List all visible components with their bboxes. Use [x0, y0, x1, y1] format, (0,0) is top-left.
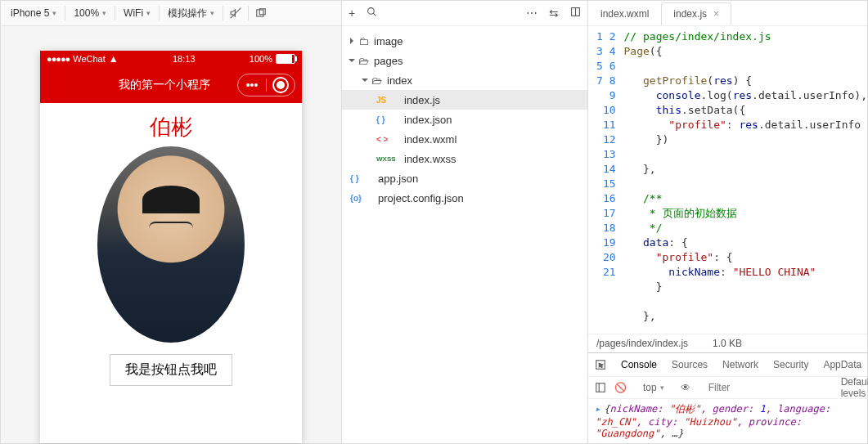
network-select[interactable]: WiFi▾ — [119, 4, 155, 22]
tree-label: app.json — [378, 173, 418, 185]
folder-open-icon: 🗁 — [358, 55, 369, 67]
close-icon[interactable] — [267, 74, 295, 96]
js-icon: JS — [376, 96, 399, 105]
carrier-label: WeChat — [73, 54, 106, 64]
tree-folder-index[interactable]: 🗁index — [342, 70, 587, 90]
tab-security[interactable]: Security — [773, 359, 808, 370]
zoom-label: 100% — [74, 7, 99, 19]
divider — [159, 6, 160, 20]
console-output[interactable]: ▸{nickName: "伯彬", gender: 1, language: "… — [588, 399, 867, 443]
app-navbar: 我的第一个小程序 ••• — [40, 67, 302, 103]
page-content: 伯彬 我是按钮点我吧 — [40, 103, 302, 402]
code-editor[interactable]: 1 2 3 4 5 6 7 8 9 10 11 12 13 14 15 16 1… — [588, 26, 867, 334]
json-icon: { } — [376, 115, 399, 124]
devtools-tabs: Console Sources Network Security AppData… — [588, 353, 867, 377]
tree-label: pages — [374, 55, 403, 67]
tab-sources[interactable]: Sources — [672, 359, 708, 370]
avatar — [97, 146, 245, 343]
more-icon[interactable]: ⋯ — [526, 7, 537, 20]
tree-file-app-json[interactable]: { }app.json — [342, 168, 587, 188]
detach-icon[interactable] — [252, 4, 270, 22]
add-icon[interactable]: + — [349, 7, 355, 20]
caret-down-icon — [362, 78, 368, 82]
divider — [115, 6, 115, 20]
tree-folder-pages[interactable]: 🗁pages — [342, 51, 587, 70]
folder-open-icon: 🗁 — [371, 74, 382, 87]
line-gutter: 1 2 3 4 5 6 7 8 9 10 11 12 13 14 15 16 1… — [588, 26, 624, 334]
svg-rect-8 — [596, 383, 605, 392]
wxss-icon: WXSS — [376, 155, 399, 163]
console-row[interactable]: ▸{nickName: "伯彬", gender: 1, language: "… — [595, 402, 861, 439]
phone-frame: ●●●●● WeChat ▲ 18:13 100% 我的第一个小程序 ••• 伯… — [40, 51, 302, 443]
chevron-down-icon: ▾ — [146, 9, 151, 17]
tree-file-project-config[interactable]: {o}project.config.json — [342, 188, 587, 208]
devtools-pane: Console Sources Network Security AppData… — [588, 352, 867, 443]
chevron-down-icon: ▾ — [210, 9, 214, 17]
svg-point-3 — [368, 8, 375, 15]
chevron-down-icon: ▾ — [52, 9, 56, 17]
file-path: /pages/index/index.js — [596, 338, 688, 349]
chevron-down-icon: ▾ — [102, 9, 106, 17]
device-select[interactable]: iPhone 5▾ — [6, 4, 61, 22]
tab-console[interactable]: Console — [621, 359, 657, 370]
search-icon[interactable] — [367, 7, 377, 20]
zoom-select[interactable]: 100%▾ — [69, 4, 111, 22]
tree-label: index.json — [404, 114, 452, 126]
network-label: WiFi — [124, 7, 143, 19]
page-title: 我的第一个小程序 — [119, 78, 210, 92]
json-icon: {o} — [350, 194, 373, 203]
inspect-icon[interactable] — [595, 359, 606, 370]
menu-icon[interactable]: ••• — [238, 74, 266, 96]
eye-icon[interactable]: 👁 — [681, 382, 690, 393]
battery-icon — [276, 54, 295, 64]
levels-select[interactable]: Default levels▾ — [841, 376, 868, 399]
console-prompt[interactable]: › — [595, 439, 861, 443]
tree-label: index.wxml — [404, 133, 456, 146]
tree-folder-image[interactable]: 🗀image — [342, 31, 587, 51]
tree-file-index-js[interactable]: JSindex.js — [342, 90, 587, 110]
status-bar: ●●●●● WeChat ▲ 18:13 100% — [40, 51, 302, 67]
chevron-right-icon: › — [595, 439, 600, 443]
explorer-toolbar: + ⋯ ⇆ — [342, 1, 587, 26]
mock-select[interactable]: 模拟操作▾ — [163, 4, 219, 22]
json-icon: { } — [350, 174, 373, 183]
filter-input[interactable] — [707, 381, 833, 394]
tree-file-index-json[interactable]: { }index.json — [342, 110, 587, 129]
explorer-pane: + ⋯ ⇆ 🗀image 🗁pages 🗁index JSindex.js { … — [342, 1, 588, 443]
mock-label: 模拟操作 — [168, 7, 207, 20]
levels-label: Default levels — [841, 376, 868, 399]
tree-label: index.js — [404, 94, 440, 106]
tree-label: index — [387, 74, 412, 87]
caret-right-icon: ▸ — [595, 403, 600, 415]
tab-index-js[interactable]: index.js× — [661, 2, 731, 25]
console-toolbar: 🚫 top▾ 👁 Default levels▾ — [588, 377, 867, 399]
wifi-icon: ▲ — [109, 53, 119, 65]
mute-icon[interactable] — [227, 4, 245, 22]
close-icon[interactable]: × — [713, 8, 719, 20]
clear-icon[interactable]: 🚫 — [614, 382, 627, 393]
tab-network[interactable]: Network — [722, 359, 758, 370]
context-select[interactable]: top▾ — [643, 382, 664, 393]
file-size: 1.0 KB — [713, 338, 742, 349]
folder-icon: 🗀 — [358, 35, 369, 47]
device-label: iPhone 5 — [11, 7, 49, 19]
tree-file-index-wxml[interactable]: < >index.wxml — [342, 129, 587, 149]
tree-label: image — [374, 35, 403, 47]
tree-label: project.config.json — [378, 192, 464, 204]
tab-label: index.js — [673, 8, 707, 20]
split-icon[interactable] — [570, 7, 581, 20]
tab-index-wxml[interactable]: index.wxml — [588, 2, 661, 25]
tab-label: index.wxml — [600, 8, 649, 20]
clock-label: 18:13 — [173, 54, 196, 64]
editor-pane: index.wxml index.js× 1 2 3 4 5 6 7 8 9 1… — [588, 1, 867, 443]
capsule-menu: ••• — [237, 74, 295, 96]
sidebar-toggle-icon[interactable] — [595, 382, 606, 393]
primary-button[interactable]: 我是按钮点我吧 — [110, 354, 232, 386]
context-label: top — [643, 382, 657, 393]
tab-appdata[interactable]: AppData — [823, 359, 861, 370]
divider — [65, 6, 65, 20]
code-body: // pages/index/index.js Page({ getProfil… — [624, 26, 867, 334]
tree-file-index-wxss[interactable]: WXSSindex.wxss — [342, 149, 587, 168]
collapse-icon[interactable]: ⇆ — [549, 7, 559, 20]
caret-right-icon — [350, 38, 353, 44]
